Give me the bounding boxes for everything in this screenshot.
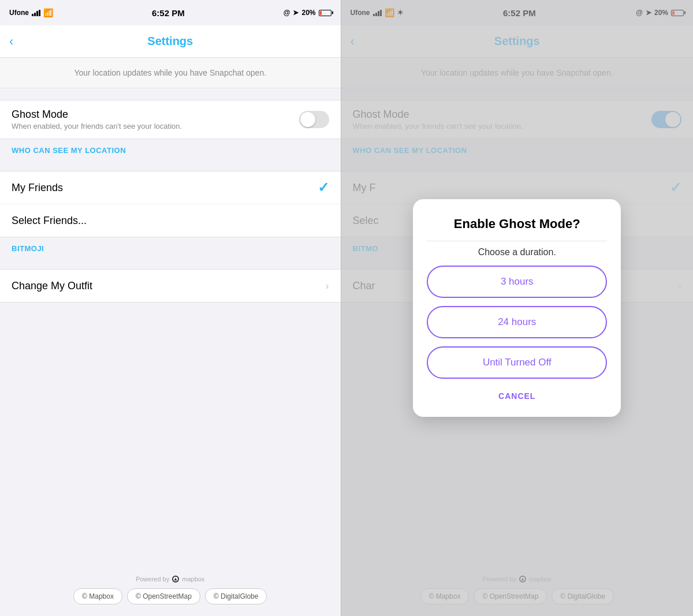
who-can-section-left: My Friends ✓ Select Friends...: [0, 171, 341, 237]
battery-percent-left: 20%: [301, 9, 315, 17]
ghost-mode-subtitle-left: When enabled, your friends can't see you…: [12, 122, 182, 130]
mapbox-dot-left: [172, 576, 179, 583]
footer-left: Powered by mapbox © Mapbox © OpenStreetM…: [0, 576, 341, 616]
powered-by-left: Powered by mapbox: [0, 576, 341, 583]
ghost-mode-info-left: Ghost Mode When enabled, your friends ca…: [12, 109, 182, 130]
digitalglobe-btn-left[interactable]: © DigitalGlobe: [205, 588, 267, 604]
modal-title: Enable Ghost Mode?: [454, 216, 580, 232]
toggle-knob-left: [300, 112, 315, 127]
modal-overlay: Enable Ghost Mode? Choose a duration. 3 …: [341, 0, 693, 616]
nav-bar-left: ‹ Settings: [0, 25, 341, 58]
wifi-icon: 📶: [43, 8, 53, 17]
bar3: [36, 11, 38, 16]
duration-3hours-btn[interactable]: 3 hours: [427, 266, 607, 298]
modal-divider: [427, 241, 607, 241]
location-notice-left: Your location updates while you have Sna…: [0, 58, 341, 88]
who-can-header-left: WHO CAN SEE MY LOCATION: [0, 139, 341, 159]
ghost-mode-section-left: Ghost Mode When enabled, your friends ca…: [0, 100, 341, 139]
ghost-mode-row-left: Ghost Mode When enabled, your friends ca…: [0, 100, 341, 139]
select-friends-label-left: Select Friends...: [12, 215, 87, 227]
left-phone-panel: Ufone 📶 6:52 PM @ ➤ 20% ‹ Settings Your …: [0, 0, 341, 616]
bar4: [39, 10, 40, 16]
time-left: 6:52 PM: [152, 8, 185, 18]
bar2: [34, 13, 36, 16]
modal-subtitle: Choose a duration.: [478, 247, 556, 257]
status-bar-left: Ufone 📶 6:52 PM @ ➤ 20%: [0, 0, 341, 25]
change-outfit-row-left[interactable]: Change My Outfit ›: [0, 270, 341, 302]
ghost-mode-title-left: Ghost Mode: [12, 109, 182, 121]
modal-cancel-btn[interactable]: CANCEL: [494, 387, 540, 405]
change-outfit-label-left: Change My Outfit: [12, 280, 92, 292]
signal-bars: [32, 10, 40, 16]
right-phone-panel: Ufone 📶 ✶ 6:52 PM @ ➤ 20% ‹ Settings You…: [341, 0, 693, 616]
settings-title-left: Settings: [147, 35, 193, 48]
gps-icon-left: ➤: [293, 9, 299, 17]
outfit-chevron-left: ›: [326, 280, 329, 292]
status-right-left: @ ➤ 20%: [284, 9, 331, 17]
location-icon-left: @: [284, 9, 290, 17]
ghost-mode-toggle-left[interactable]: [299, 111, 329, 128]
battery-icon-left: [319, 10, 331, 16]
status-left: Ufone 📶: [9, 8, 53, 17]
duration-24hours-btn[interactable]: 24 hours: [427, 306, 607, 338]
select-friends-row-left[interactable]: Select Friends...: [0, 204, 341, 237]
carrier-left: Ufone: [9, 9, 29, 17]
modal-card: Enable Ghost Mode? Choose a duration. 3 …: [413, 199, 621, 417]
footer-buttons-left: © Mapbox © OpenStreetMap © DigitalGlobe: [0, 588, 341, 604]
my-friends-label-left: My Friends: [12, 182, 63, 194]
mapbox-btn-left[interactable]: © Mapbox: [73, 588, 122, 604]
bitmoji-section-left: Change My Outfit ›: [0, 269, 341, 303]
openstreetmap-btn-left[interactable]: © OpenStreetMap: [127, 588, 200, 604]
duration-until-off-btn[interactable]: Until Turned Off: [427, 346, 607, 379]
bitmoji-header-left: BITMOJI: [0, 237, 341, 257]
mapbox-label-left: mapbox: [182, 576, 204, 583]
bar1: [32, 14, 33, 16]
my-friends-row-left[interactable]: My Friends ✓: [0, 171, 341, 204]
back-button-left[interactable]: ‹: [9, 34, 13, 49]
my-friends-check-left: ✓: [318, 180, 329, 196]
